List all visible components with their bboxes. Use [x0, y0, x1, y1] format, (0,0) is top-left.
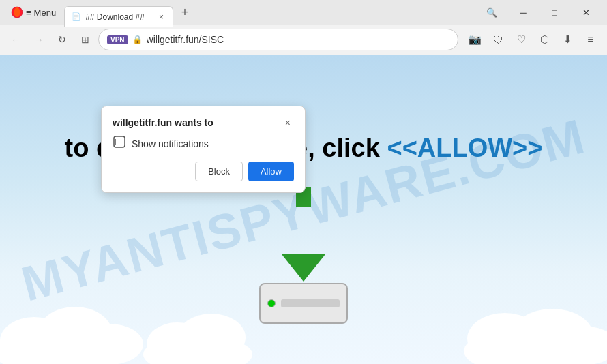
popup-header: willgetitfr.fun wants to × [113, 117, 294, 128]
svg-point-9 [177, 314, 246, 361]
popup-notification-row: Show notifications [113, 135, 294, 152]
new-tab-button[interactable]: + [176, 3, 194, 21]
popup-close-button[interactable]: × [282, 117, 294, 128]
cube-button[interactable]: ⬡ [533, 29, 555, 50]
bell-icon [113, 135, 126, 149]
svg-point-1 [14, 7, 20, 17]
vpn-badge: VPN [107, 35, 128, 44]
reload-icon: ↻ [58, 34, 66, 45]
arrow-head-icon [282, 254, 325, 282]
window-close-icon: ✕ [582, 7, 590, 18]
menu-text-label: Menu [34, 7, 57, 18]
address-input[interactable] [147, 34, 449, 45]
opera-menu-button[interactable]: ≡ Menu [5, 3, 61, 21]
block-button[interactable]: Block [195, 162, 243, 181]
forward-icon: → [34, 34, 44, 45]
address-input-container[interactable]: VPN 🔒 [98, 29, 458, 50]
hd-status-light [267, 299, 276, 307]
maximize-icon: □ [552, 7, 557, 18]
maximize-button[interactable]: □ [539, 0, 570, 25]
browser-chrome: ≡ Menu 📄 ## Download ## × + 🔍 ─ □ ✕ [0, 0, 607, 55]
opera-logo-icon [11, 6, 23, 18]
allow-button[interactable]: Allow [248, 162, 294, 181]
hd-slot [281, 299, 340, 307]
page-content: MYANTISPYWARE.COM to download the file, … [0, 55, 607, 364]
heart-button[interactable]: ♡ [510, 29, 532, 50]
download-illustration [259, 234, 348, 324]
main-text-highlight: <<ALLOW>> [387, 134, 542, 162]
lock-icon: 🔒 [132, 35, 143, 44]
download-button[interactable]: ⬇ [557, 29, 578, 50]
forward-button[interactable]: → [29, 29, 49, 50]
address-bar: ← → ↻ ⊞ VPN 🔒 📷 🛡 ♡ ⬡ [0, 25, 607, 55]
popup-title: willgetitfr.fun wants to [113, 117, 213, 128]
notification-icon [113, 135, 126, 152]
hard-drive-icon [259, 283, 348, 324]
minimize-button[interactable]: ─ [507, 0, 539, 25]
back-button[interactable]: ← [5, 29, 26, 50]
tab-close-button[interactable]: × [157, 12, 166, 22]
notification-popup: willgetitfr.fun wants to × Show notifica… [101, 106, 306, 193]
shield-icon: 🛡 [493, 34, 503, 46]
hamburger-icon: ≡ [587, 33, 593, 46]
back-icon: ← [11, 34, 20, 45]
tabs-icon: ⊞ [81, 34, 89, 45]
camera-button[interactable]: 📷 [464, 29, 486, 50]
menu-label: ≡ [26, 7, 31, 18]
camera-icon: 📷 [469, 33, 482, 46]
popup-notification-text: Show notifications [132, 138, 209, 149]
heart-icon: ♡ [517, 33, 526, 46]
tabs-button[interactable]: ⊞ [75, 29, 95, 50]
arrow-container [282, 234, 325, 282]
download-icon: ⬇ [563, 33, 572, 46]
minimize-icon: ─ [520, 7, 526, 18]
cube-icon: ⬡ [540, 33, 549, 46]
search-button[interactable]: 🔍 [476, 0, 507, 25]
tab-title: ## Download ## [85, 12, 153, 22]
popup-buttons: Block Allow [113, 162, 294, 181]
toolbar-icons: 📷 🛡 ♡ ⬡ ⬇ ≡ [464, 29, 602, 50]
tab-favicon-icon: 📄 [72, 12, 81, 21]
tab-bar: ≡ Menu 📄 ## Download ## × + 🔍 ─ □ ✕ [0, 0, 607, 25]
main-menu-button[interactable]: ≡ [580, 29, 602, 50]
svg-point-6 [75, 324, 143, 364]
shield-button[interactable]: 🛡 [487, 29, 509, 50]
search-icon: 🔍 [486, 7, 497, 18]
reload-button[interactable]: ↻ [52, 29, 72, 50]
window-controls: 🔍 ─ □ ✕ [476, 0, 602, 25]
window-close-button[interactable]: ✕ [570, 0, 602, 25]
active-tab[interactable]: 📄 ## Download ## × [64, 6, 173, 27]
